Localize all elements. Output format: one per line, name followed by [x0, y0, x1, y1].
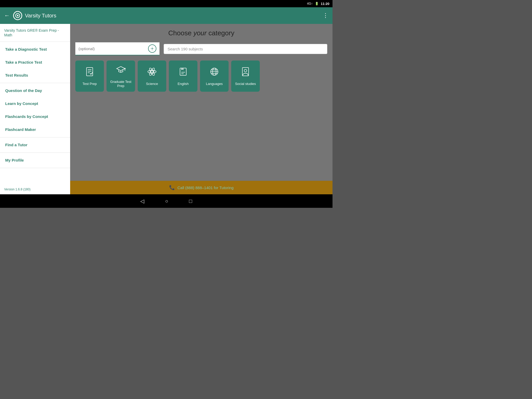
battery-icon: 🔋	[315, 2, 319, 5]
optional-input[interactable]	[78, 46, 148, 51]
sidebar-item-flashcard-maker[interactable]: Flashcard Maker	[0, 123, 70, 136]
category-card-graduate[interactable]: Graduate Test Prep	[107, 61, 135, 92]
sidebar-item-results[interactable]: Test Results	[0, 69, 70, 82]
svg-rect-4	[87, 68, 93, 76]
category-card-languages[interactable]: Languages	[200, 61, 229, 92]
search-box[interactable]: Search 190 subjects	[164, 44, 327, 54]
search-placeholder: Search 190 subjects	[168, 47, 203, 51]
sidebar-group-profile: My Profile	[0, 153, 70, 168]
search-row: Search 190 subjects	[75, 42, 327, 55]
svg-point-24	[244, 69, 247, 72]
category-card-social[interactable]: Social studies	[231, 61, 260, 92]
english-icon	[178, 66, 188, 79]
sidebar-item-practice[interactable]: Take a Practice Test	[0, 56, 70, 69]
signal-icon: 4G↑	[307, 2, 313, 5]
science-icon	[147, 66, 157, 79]
category-label-graduate: Graduate Test Prep	[109, 80, 133, 88]
categories-row: Test Prep Graduate Test Prep	[75, 61, 327, 92]
input-container	[75, 42, 159, 55]
content-area: Choose your category Search 190 subjects	[70, 24, 332, 194]
sidebar-group-tests: Take a Diagnostic Test Take a Practice T…	[0, 42, 70, 83]
sidebar-header: Varsity Tutors GRE® Exam Prep - Math	[0, 24, 70, 42]
svg-point-2	[17, 15, 18, 16]
page-title: Choose your category	[75, 29, 327, 37]
sidebar-group-tutor: Find a Tutor	[0, 137, 70, 153]
graduate-icon	[116, 64, 126, 77]
sidebar-item-learn-concept[interactable]: Learn by Concept	[0, 97, 70, 110]
version-label: Version 1.6.8 (180)	[0, 184, 70, 194]
overflow-menu-button[interactable]: ⋮	[323, 12, 328, 19]
category-label-test-prep: Test Prep	[83, 82, 97, 86]
languages-icon	[209, 66, 220, 79]
category-label-social: Social studies	[235, 82, 256, 86]
app-header: ← Varsity Tutors ⋮	[0, 7, 332, 24]
category-card-english[interactable]: English	[169, 61, 197, 92]
sidebar: Varsity Tutors GRE® Exam Prep - Math Tak…	[0, 24, 70, 194]
sidebar-item-profile[interactable]: My Profile	[0, 154, 70, 167]
status-bar: 4G↑ 🔋 11:20	[0, 0, 332, 7]
svg-marker-8	[117, 66, 125, 71]
main-layout: Varsity Tutors GRE® Exam Prep - Math Tak…	[0, 24, 332, 194]
call-to-action-bar[interactable]: 📞 Call (888) 888–1401 for Tutoring	[70, 181, 332, 194]
sidebar-item-flashcards-concept[interactable]: Flashcards by Concept	[0, 110, 70, 123]
nav-recent-button[interactable]: □	[189, 198, 192, 204]
category-card-science[interactable]: Science	[138, 61, 166, 92]
category-card-test-prep[interactable]: Test Prep	[75, 61, 104, 92]
sidebar-group-learning: Question of the Day Learn by Concept Fla…	[0, 83, 70, 137]
sidebar-item-diagnostic[interactable]: Take a Diagnostic Test	[0, 43, 70, 56]
phone-icon: 📞	[169, 185, 175, 190]
status-time: 11:20	[321, 2, 329, 6]
test-prep-icon	[84, 66, 95, 79]
sidebar-item-find-tutor[interactable]: Find a Tutor	[0, 138, 70, 151]
app-title: Varsity Tutors	[25, 13, 323, 19]
category-label-languages: Languages	[206, 82, 223, 86]
back-button[interactable]: ←	[4, 12, 10, 19]
nav-home-button[interactable]: ○	[165, 198, 168, 204]
nav-back-button[interactable]: ◁	[140, 198, 144, 204]
social-icon	[240, 66, 251, 79]
app-logo	[13, 11, 22, 20]
call-text: Call (888) 888–1401 for Tutoring	[177, 185, 234, 190]
category-label-english: English	[178, 82, 189, 86]
sidebar-header-text: Varsity Tutors GRE® Exam Prep - Math	[4, 28, 59, 37]
category-label-science: Science	[146, 82, 158, 86]
svg-point-3	[152, 48, 153, 49]
android-nav-bar: ◁ ○ □	[0, 194, 332, 208]
scan-icon[interactable]	[148, 44, 156, 53]
sidebar-item-question-of-day[interactable]: Question of the Day	[0, 84, 70, 97]
svg-point-11	[151, 71, 153, 73]
